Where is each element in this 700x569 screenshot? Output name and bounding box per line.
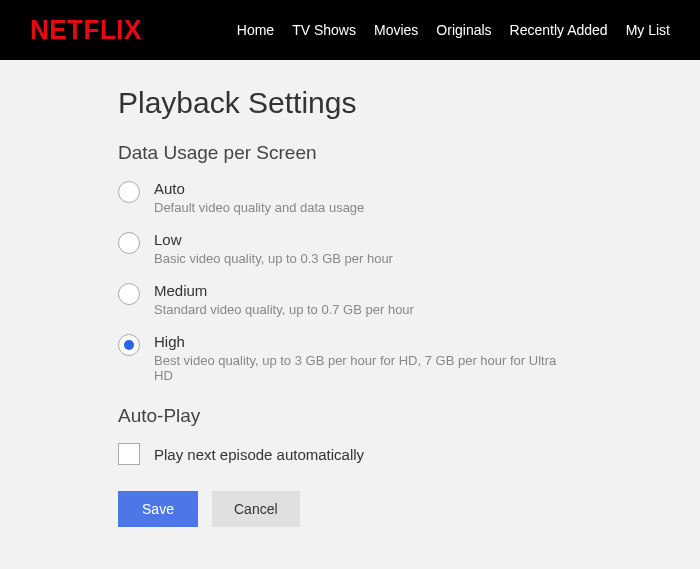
option-low[interactable]: Low Basic video quality, up to 0.3 GB pe… — [118, 231, 560, 266]
radio-auto[interactable] — [118, 181, 140, 203]
netflix-logo: NETFLIX — [30, 14, 142, 47]
option-high-texts: High Best video quality, up to 3 GB per … — [154, 333, 560, 383]
nav-recently-added[interactable]: Recently Added — [510, 22, 608, 38]
radio-low[interactable] — [118, 232, 140, 254]
option-medium-desc: Standard video quality, up to 0.7 GB per… — [154, 302, 414, 317]
autoplay-label: Play next episode automatically — [154, 446, 364, 463]
nav-my-list[interactable]: My List — [626, 22, 670, 38]
option-high[interactable]: High Best video quality, up to 3 GB per … — [118, 333, 560, 383]
option-medium-label: Medium — [154, 282, 414, 299]
option-low-texts: Low Basic video quality, up to 0.3 GB pe… — [154, 231, 393, 266]
buttons: Save Cancel — [118, 491, 560, 527]
data-usage-group: Auto Default video quality and data usag… — [118, 180, 560, 383]
page-title: Playback Settings — [118, 86, 560, 120]
option-medium[interactable]: Medium Standard video quality, up to 0.7… — [118, 282, 560, 317]
header: NETFLIX Home TV Shows Movies Originals R… — [0, 0, 700, 60]
option-high-label: High — [154, 333, 560, 350]
nav-originals[interactable]: Originals — [436, 22, 491, 38]
nav-home[interactable]: Home — [237, 22, 274, 38]
option-low-label: Low — [154, 231, 393, 248]
option-low-desc: Basic video quality, up to 0.3 GB per ho… — [154, 251, 393, 266]
content: Playback Settings Data Usage per Screen … — [0, 60, 560, 527]
main-nav: Home TV Shows Movies Originals Recently … — [237, 22, 670, 38]
option-auto[interactable]: Auto Default video quality and data usag… — [118, 180, 560, 215]
cancel-button[interactable]: Cancel — [212, 491, 300, 527]
nav-tvshows[interactable]: TV Shows — [292, 22, 356, 38]
save-button[interactable]: Save — [118, 491, 198, 527]
radio-medium[interactable] — [118, 283, 140, 305]
section-autoplay: Auto-Play — [118, 405, 560, 427]
option-medium-texts: Medium Standard video quality, up to 0.7… — [154, 282, 414, 317]
radio-high[interactable] — [118, 334, 140, 356]
autoplay-checkbox[interactable] — [118, 443, 140, 465]
option-high-desc: Best video quality, up to 3 GB per hour … — [154, 353, 560, 383]
section-data-usage: Data Usage per Screen — [118, 142, 560, 164]
option-auto-desc: Default video quality and data usage — [154, 200, 364, 215]
nav-movies[interactable]: Movies — [374, 22, 418, 38]
option-auto-label: Auto — [154, 180, 364, 197]
option-auto-texts: Auto Default video quality and data usag… — [154, 180, 364, 215]
autoplay-row[interactable]: Play next episode automatically — [118, 443, 560, 465]
